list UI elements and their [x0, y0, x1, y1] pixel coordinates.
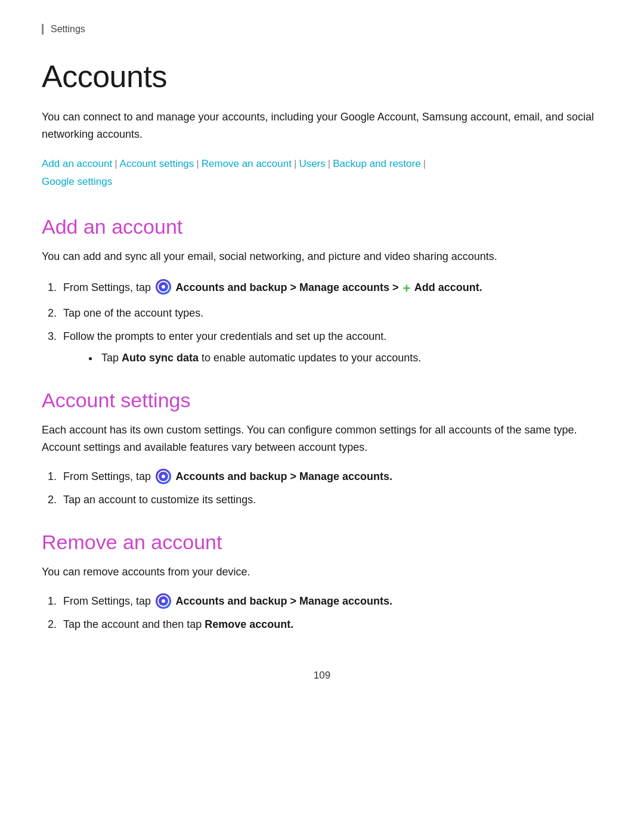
- breadcrumb: Settings: [42, 24, 602, 35]
- remove-account-steps: From Settings, tap Accounts and backup >…: [60, 592, 602, 633]
- add-account-step-2: Tap one of the account types.: [60, 304, 602, 323]
- toc-separator-3: |: [294, 158, 296, 169]
- toc-separator-1: |: [114, 158, 117, 169]
- toc-link-account-settings[interactable]: Account settings: [120, 158, 194, 169]
- bullet-auto-sync: Tap Auto sync data to enable automatic u…: [99, 349, 602, 367]
- toc-separator-5: |: [423, 158, 426, 169]
- add-account-steps: From Settings, tap Accounts and backup >…: [60, 277, 602, 367]
- add-plus-icon: +: [403, 277, 411, 299]
- toc-link-backup-restore[interactable]: Backup and restore: [333, 158, 420, 169]
- settings-icon-3: [156, 593, 171, 609]
- step1-text-before: From Settings, tap: [63, 281, 154, 293]
- ra-step1-text-before: From Settings, tap: [63, 595, 154, 607]
- section-intro-account-settings: Each account has its own custom settings…: [42, 422, 602, 456]
- intro-text: You can connect to and manage your accou…: [42, 109, 602, 143]
- section-title-add-account: Add an account: [42, 215, 602, 239]
- toc-separator-2: |: [196, 158, 199, 169]
- section-intro-remove-account: You can remove accounts from your device…: [42, 563, 602, 581]
- step1-add-account-label: Add account.: [411, 281, 482, 293]
- account-settings-steps: From Settings, tap Accounts and backup >…: [60, 467, 602, 509]
- section-intro-add-account: You can add and sync all your email, soc…: [42, 248, 602, 265]
- toc-link-add-account[interactable]: Add an account: [42, 158, 112, 169]
- remove-account-step-1: From Settings, tap Accounts and backup >…: [60, 592, 602, 611]
- toc-link-users[interactable]: Users: [299, 158, 325, 169]
- ra-step2-bold: Remove account.: [205, 618, 293, 630]
- as-step1-text-before: From Settings, tap: [63, 470, 154, 482]
- step1-bold-text: Accounts and backup > Manage accounts >: [173, 281, 401, 293]
- toc-link-remove-account[interactable]: Remove an account: [202, 158, 292, 169]
- auto-sync-bold: Auto sync data: [122, 352, 199, 364]
- ra-step2-text-before: Tap the account and then tap: [63, 618, 205, 630]
- account-settings-step-2: Tap an account to customize its settings…: [60, 491, 602, 509]
- section-account-settings: Account settings Each account has its ow…: [42, 389, 602, 509]
- ra-step1-bold: Accounts and backup > Manage accounts.: [173, 595, 392, 607]
- settings-icon-2: [156, 469, 171, 484]
- toc-links: Add an account|Account settings|Remove a…: [42, 155, 602, 191]
- toc-separator-4: |: [328, 158, 330, 169]
- remove-account-step-2: Tap the account and then tap Remove acco…: [60, 615, 602, 634]
- page-number: 109: [42, 670, 602, 682]
- section-add-account: Add an account You can add and sync all …: [42, 215, 602, 367]
- step3-text: Follow the prompts to enter your credent…: [63, 330, 386, 342]
- section-remove-account: Remove an account You can remove account…: [42, 531, 602, 634]
- section-title-account-settings: Account settings: [42, 389, 602, 412]
- toc-link-google-settings[interactable]: Google settings: [42, 176, 112, 187]
- section-title-remove-account: Remove an account: [42, 531, 602, 554]
- add-account-step-1: From Settings, tap Accounts and backup >…: [60, 277, 602, 299]
- add-account-step-3: Follow the prompts to enter your credent…: [60, 327, 602, 367]
- page-title: Accounts: [42, 58, 602, 94]
- account-settings-step-1: From Settings, tap Accounts and backup >…: [60, 467, 602, 486]
- as-step1-bold: Accounts and backup > Manage accounts.: [173, 470, 392, 482]
- step3-bullets: Tap Auto sync data to enable automatic u…: [99, 349, 602, 367]
- settings-icon-1: [156, 279, 171, 295]
